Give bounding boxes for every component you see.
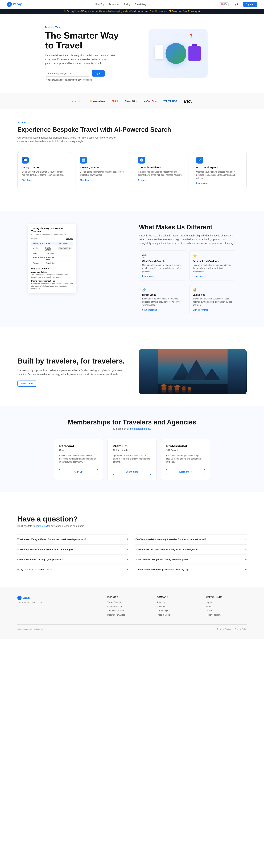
- footer-link-chatbot[interactable]: Vacay Chatbot: [107, 601, 121, 603]
- footer-legal-links: Terms of Service Privacy Policy: [217, 628, 246, 630]
- tool-card-thematic: 🧭 Thematic Advisors Get bespoke guidance…: [134, 152, 188, 189]
- footer-copyright: © 2024 Vacay Informations Inc.: [18, 628, 44, 630]
- chatbot-icon: 💬: [22, 157, 29, 163]
- exclusives-feature-name: Exclusives: [193, 293, 233, 296]
- dining-label: Dining Recommendations:: [31, 280, 73, 282]
- logo[interactable]: V Vacay: [7, 2, 22, 7]
- chat-feature-desc: Use natural language to generate superio…: [142, 264, 182, 273]
- travelers-content: Built by travelers, for travelers. We se…: [18, 357, 125, 386]
- footer-terms-link[interactable]: Terms of Service: [217, 628, 231, 630]
- itinerary-card-sub: A curated 10-day journey through Europe: [31, 233, 73, 236]
- chatbot-name: Vacay Chatbot: [22, 166, 68, 169]
- nav-travel-blog[interactable]: Travel Blog: [135, 3, 146, 5]
- faq-expand-icon: +: [126, 538, 128, 541]
- faq-item[interactable]: What makes Vacay different from other tr…: [18, 534, 128, 545]
- faq-expand-icon: +: [126, 548, 128, 551]
- personalized-feature-link[interactable]: Learn more: [193, 275, 204, 277]
- globe-illustration: [166, 43, 186, 64]
- announcement-text: ✨ Exciting Update! Enjoy a smoother UX, …: [63, 10, 201, 12]
- faq-expand-icon: +: [245, 538, 246, 541]
- agents-icon: ✈️: [196, 157, 203, 163]
- itinerary-card: 10-Day Itinerary: Lo France, Tuscany A c…: [28, 224, 77, 293]
- personal-plan-name: Personal: [59, 444, 98, 448]
- footer-link-destination[interactable]: Destination Guides: [107, 614, 125, 616]
- footer-privacy-link[interactable]: Privacy Policy: [235, 628, 246, 630]
- hotel-south: Villa Belles Rives: [46, 256, 59, 260]
- faq-item[interactable]: I prefer someone else to plan and/or boo…: [136, 565, 246, 575]
- premium-plan-cta[interactable]: Learn more: [113, 469, 151, 475]
- itinerary-link[interactable]: Plan Trip: [80, 179, 89, 181]
- faq-contact-link[interactable]: contact us: [36, 525, 47, 527]
- dest-paris: Paris: [33, 253, 46, 255]
- itinerary-desc: Design complex itineraries with our easy…: [80, 170, 126, 177]
- faq-col-right: Can Vacay assist in creating itineraries…: [132, 534, 246, 575]
- faq-item[interactable]: What are the best practices for using ar…: [136, 545, 246, 555]
- footer-link-press[interactable]: Press & Media: [157, 614, 170, 616]
- footer-explore-links: Vacay Chatbot Itinerary Builder Thematic…: [107, 601, 148, 616]
- faq-item[interactable]: Can I book my trip through your platform…: [18, 555, 128, 565]
- travelers-learn-button[interactable]: Learn more: [18, 380, 37, 386]
- itinerary-preview: 10-Day Itinerary: Lo France, Tuscany A c…: [28, 224, 125, 293]
- professional-plan-cta[interactable]: Learn more: [166, 469, 205, 475]
- chat-feature-link[interactable]: Learn more: [142, 275, 153, 277]
- signup-button[interactable]: Sign up: [243, 2, 257, 7]
- hero-description: Vacay redefines travel planning with pre…: [45, 54, 118, 65]
- faq-item[interactable]: Can Vacay assist in creating itineraries…: [136, 534, 246, 545]
- faq-item[interactable]: Is my data used to trained the AI? +: [18, 565, 128, 575]
- badge-tuscany: [59, 262, 71, 264]
- as-seen-section: As seen in ☀️ morningbrew NBC PhocusWire…: [0, 93, 264, 109]
- footer-tagline: The Smarter Way to Travel: [18, 601, 99, 604]
- premium-plan-desc: Upgrade to unlock full access to our pla…: [113, 454, 151, 465]
- feature-chat: 💬 Chat-Based Search Use natural language…: [139, 250, 186, 281]
- table-row: London The Ritz London RECOMMEND: [31, 246, 73, 252]
- location-pin-icon: 📍: [189, 33, 194, 38]
- plans-grid: Personal Free Create a free account to g…: [54, 439, 210, 480]
- exclusives-feature-link[interactable]: Sign up for free: [193, 309, 208, 311]
- agents-link[interactable]: Learn More: [196, 182, 208, 185]
- footer-link-report[interactable]: Report Problem: [206, 614, 221, 616]
- footer-link-login[interactable]: Log In: [206, 601, 212, 603]
- footer-link-pricing[interactable]: Pricing: [206, 610, 212, 612]
- telemundo-logo: TELEMUNDO: [164, 100, 177, 102]
- nav-resources[interactable]: Resources: [109, 3, 119, 5]
- try-button[interactable]: Try it!: [92, 70, 105, 76]
- footer-useful-links: Log In Support Pricing Report Problem: [206, 601, 246, 616]
- footer-link-support[interactable]: Support: [206, 606, 213, 608]
- faq-expand-icon: +: [245, 568, 246, 571]
- nav-plan-trip[interactable]: Plan Trip: [95, 3, 105, 5]
- tool-card-itinerary: 🗓️ Itinerary Planner Design complex itin…: [76, 152, 130, 189]
- login-button[interactable]: Log In: [231, 2, 241, 7]
- membership-link[interactable]: membership plans: [130, 427, 150, 430]
- chatbot-link[interactable]: Start Chat: [22, 179, 32, 181]
- table-row: Paris Le Meurice: [31, 252, 73, 256]
- footer-brand: V Vacay: [18, 596, 99, 600]
- search-input[interactable]: [45, 70, 90, 76]
- faq-item[interactable]: What does Vacay Chatbot use for its AI t…: [18, 545, 128, 555]
- media-logos: ☀️ morningbrew NBC PhocusWire le Bon Bon…: [90, 98, 192, 104]
- badge-paris: [59, 253, 71, 255]
- footer-useful-title: USEFUL LINKS: [206, 596, 246, 598]
- thematic-link[interactable]: Explore: [138, 179, 146, 181]
- table-row: South of France Villa Belles Rives: [31, 256, 73, 261]
- footer-link-about[interactable]: About Us: [157, 601, 165, 603]
- personal-plan-card: Personal Free Create a free account to g…: [54, 439, 103, 480]
- faq-item[interactable]: What benefits do I get with Vacay Premiu…: [136, 555, 246, 565]
- faq-subtitle: Don't hesitate to contact us for any oth…: [18, 525, 246, 527]
- footer-link-partnerships[interactable]: Partnerships: [157, 610, 168, 612]
- budget-value: $15,000: [66, 238, 73, 240]
- personal-plan-cta[interactable]: Sign up: [59, 469, 98, 475]
- itinerary-name: Itinerary Planner: [80, 166, 126, 169]
- language-selector[interactable]: 🇬🇧 EN: [219, 2, 229, 6]
- logo-icon: V: [7, 2, 12, 7]
- premium-plan-price: $9.99 / month: [113, 449, 151, 452]
- nav-pricing[interactable]: Pricing: [123, 3, 130, 5]
- direct-feature-link[interactable]: Start exploring: [142, 309, 157, 311]
- footer-link-itinerary[interactable]: Itinerary Builder: [107, 606, 122, 608]
- tools-grid: 💬 Vacay Chatbot Generalist AI travel pla…: [18, 152, 246, 189]
- hero-illustration: 📍: [148, 29, 208, 78]
- chatbot-desc: Generalist AI travel planner at your com…: [22, 170, 68, 177]
- hotel-paris: Le Meurice: [46, 253, 59, 255]
- footer-link-thematic[interactable]: Thematic Advisors: [107, 610, 124, 612]
- footer-link-blog[interactable]: Travel Blog: [157, 606, 167, 608]
- faq-question: Can I book my trip through your platform…: [18, 558, 63, 561]
